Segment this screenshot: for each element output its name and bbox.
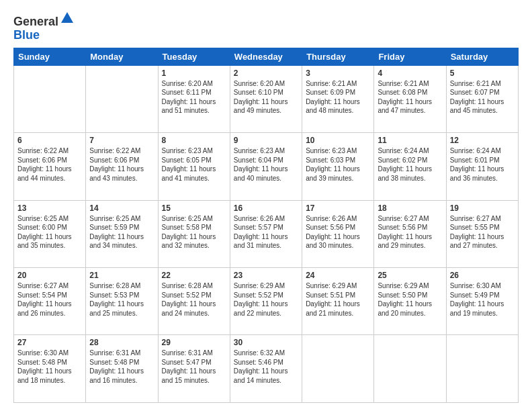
calendar-cell: 9Sunrise: 6:23 AM Sunset: 6:04 PM Daylig…	[230, 133, 302, 200]
day-info: Sunrise: 6:28 AM Sunset: 5:52 PM Dayligh…	[162, 281, 226, 318]
logo: General Blue	[13, 11, 75, 42]
day-number: 1	[162, 68, 226, 78]
calendar-cell: 28Sunrise: 6:31 AM Sunset: 5:48 PM Dayli…	[86, 335, 158, 403]
calendar-cell: 30Sunrise: 6:32 AM Sunset: 5:46 PM Dayli…	[230, 335, 302, 403]
calendar-cell: 23Sunrise: 6:29 AM Sunset: 5:52 PM Dayli…	[230, 268, 302, 335]
day-number: 7	[89, 136, 154, 145]
calendar-cell: 1Sunrise: 6:20 AM Sunset: 6:11 PM Daylig…	[158, 65, 230, 132]
day-info: Sunrise: 6:26 AM Sunset: 5:57 PM Dayligh…	[234, 214, 298, 250]
day-number: 10	[306, 136, 370, 145]
week-row-4: 20Sunrise: 6:27 AM Sunset: 5:54 PM Dayli…	[14, 268, 519, 335]
day-number: 23	[234, 271, 298, 280]
day-number: 17	[306, 203, 370, 213]
day-info: Sunrise: 6:20 AM Sunset: 6:11 PM Dayligh…	[162, 79, 226, 116]
calendar-cell: 24Sunrise: 6:29 AM Sunset: 5:51 PM Dayli…	[302, 268, 374, 335]
day-info: Sunrise: 6:23 AM Sunset: 6:03 PM Dayligh…	[306, 146, 370, 183]
day-number: 26	[450, 271, 515, 280]
day-info: Sunrise: 6:25 AM Sunset: 5:59 PM Dayligh…	[89, 214, 154, 250]
week-row-5: 27Sunrise: 6:30 AM Sunset: 5:48 PM Dayli…	[14, 335, 519, 403]
day-info: Sunrise: 6:23 AM Sunset: 6:04 PM Dayligh…	[234, 146, 298, 183]
calendar-cell: 10Sunrise: 6:23 AM Sunset: 6:03 PM Dayli…	[302, 133, 374, 200]
calendar-cell: 14Sunrise: 6:25 AM Sunset: 5:59 PM Dayli…	[86, 200, 158, 267]
calendar-cell: 12Sunrise: 6:24 AM Sunset: 6:01 PM Dayli…	[446, 133, 518, 200]
day-number: 13	[17, 203, 82, 213]
day-number: 30	[234, 338, 298, 347]
day-number: 4	[378, 68, 442, 78]
day-number: 18	[378, 203, 442, 213]
calendar-cell: 2Sunrise: 6:20 AM Sunset: 6:10 PM Daylig…	[230, 65, 302, 132]
day-number: 15	[162, 203, 226, 213]
day-number: 25	[378, 271, 442, 280]
calendar-cell: 18Sunrise: 6:27 AM Sunset: 5:56 PM Dayli…	[374, 200, 446, 267]
calendar-cell: 4Sunrise: 6:21 AM Sunset: 6:08 PM Daylig…	[374, 65, 446, 132]
day-number: 27	[17, 338, 82, 347]
weekday-header-thursday: Thursday	[302, 48, 374, 65]
day-info: Sunrise: 6:24 AM Sunset: 6:01 PM Dayligh…	[450, 146, 515, 183]
day-info: Sunrise: 6:30 AM Sunset: 5:48 PM Dayligh…	[17, 349, 82, 385]
calendar-cell	[374, 335, 446, 403]
calendar-cell: 19Sunrise: 6:27 AM Sunset: 5:55 PM Dayli…	[446, 200, 518, 267]
day-number: 29	[162, 338, 226, 347]
day-number: 16	[234, 203, 298, 213]
calendar-cell	[446, 335, 518, 403]
day-info: Sunrise: 6:28 AM Sunset: 5:53 PM Dayligh…	[89, 281, 154, 318]
day-info: Sunrise: 6:27 AM Sunset: 5:55 PM Dayligh…	[450, 214, 515, 250]
calendar-cell: 20Sunrise: 6:27 AM Sunset: 5:54 PM Dayli…	[14, 268, 86, 335]
weekday-header-saturday: Saturday	[446, 48, 518, 65]
day-info: Sunrise: 6:25 AM Sunset: 6:00 PM Dayligh…	[17, 214, 82, 250]
day-info: Sunrise: 6:22 AM Sunset: 6:06 PM Dayligh…	[17, 146, 82, 183]
day-info: Sunrise: 6:24 AM Sunset: 6:02 PM Dayligh…	[378, 146, 442, 183]
logo-general-text: General	[13, 15, 58, 28]
day-info: Sunrise: 6:21 AM Sunset: 6:08 PM Dayligh…	[378, 79, 442, 116]
weekday-header-friday: Friday	[374, 48, 446, 65]
calendar-cell: 13Sunrise: 6:25 AM Sunset: 6:00 PM Dayli…	[14, 200, 86, 267]
day-info: Sunrise: 6:31 AM Sunset: 5:48 PM Dayligh…	[89, 349, 154, 385]
week-row-1: 1Sunrise: 6:20 AM Sunset: 6:11 PM Daylig…	[14, 65, 519, 132]
calendar-cell: 6Sunrise: 6:22 AM Sunset: 6:06 PM Daylig…	[14, 133, 86, 200]
calendar-cell: 21Sunrise: 6:28 AM Sunset: 5:53 PM Dayli…	[86, 268, 158, 335]
calendar-body: 1Sunrise: 6:20 AM Sunset: 6:11 PM Daylig…	[14, 65, 519, 402]
weekday-header-wednesday: Wednesday	[230, 48, 302, 65]
calendar-cell: 7Sunrise: 6:22 AM Sunset: 6:06 PM Daylig…	[86, 133, 158, 200]
day-number: 24	[306, 271, 370, 280]
day-info: Sunrise: 6:29 AM Sunset: 5:51 PM Dayligh…	[306, 281, 370, 318]
day-number: 19	[450, 203, 515, 213]
calendar-cell: 11Sunrise: 6:24 AM Sunset: 6:02 PM Dayli…	[374, 133, 446, 200]
svg-marker-0	[61, 12, 73, 23]
calendar-cell	[14, 65, 86, 132]
calendar-cell: 25Sunrise: 6:29 AM Sunset: 5:50 PM Dayli…	[374, 268, 446, 335]
day-number: 22	[162, 271, 226, 280]
day-number: 12	[450, 136, 515, 145]
day-number: 5	[450, 68, 515, 78]
day-info: Sunrise: 6:29 AM Sunset: 5:50 PM Dayligh…	[378, 281, 442, 318]
day-number: 6	[17, 136, 82, 145]
day-number: 21	[89, 271, 154, 280]
weekday-header-row: SundayMondayTuesdayWednesdayThursdayFrid…	[14, 48, 519, 65]
weekday-header-tuesday: Tuesday	[158, 48, 230, 65]
day-info: Sunrise: 6:21 AM Sunset: 6:07 PM Dayligh…	[450, 79, 515, 116]
calendar-cell: 5Sunrise: 6:21 AM Sunset: 6:07 PM Daylig…	[446, 65, 518, 132]
calendar-cell: 3Sunrise: 6:21 AM Sunset: 6:09 PM Daylig…	[302, 65, 374, 132]
calendar-cell: 8Sunrise: 6:23 AM Sunset: 6:05 PM Daylig…	[158, 133, 230, 200]
calendar-cell: 22Sunrise: 6:28 AM Sunset: 5:52 PM Dayli…	[158, 268, 230, 335]
logo-blue-text: Blue	[13, 28, 40, 42]
day-info: Sunrise: 6:26 AM Sunset: 5:56 PM Dayligh…	[306, 214, 370, 250]
day-info: Sunrise: 6:20 AM Sunset: 6:10 PM Dayligh…	[234, 79, 298, 116]
logo-icon	[60, 11, 75, 26]
calendar-cell: 27Sunrise: 6:30 AM Sunset: 5:48 PM Dayli…	[14, 335, 86, 403]
day-info: Sunrise: 6:22 AM Sunset: 6:06 PM Dayligh…	[89, 146, 154, 183]
day-info: Sunrise: 6:23 AM Sunset: 6:05 PM Dayligh…	[162, 146, 226, 183]
day-info: Sunrise: 6:27 AM Sunset: 5:54 PM Dayligh…	[17, 281, 82, 318]
calendar-cell: 26Sunrise: 6:30 AM Sunset: 5:49 PM Dayli…	[446, 268, 518, 335]
day-info: Sunrise: 6:27 AM Sunset: 5:56 PM Dayligh…	[378, 214, 442, 250]
day-info: Sunrise: 6:29 AM Sunset: 5:52 PM Dayligh…	[234, 281, 298, 318]
weekday-header-sunday: Sunday	[14, 48, 86, 65]
day-number: 2	[234, 68, 298, 78]
day-number: 3	[306, 68, 370, 78]
day-number: 28	[89, 338, 154, 347]
day-number: 8	[162, 136, 226, 145]
day-info: Sunrise: 6:21 AM Sunset: 6:09 PM Dayligh…	[306, 79, 370, 116]
day-number: 9	[234, 136, 298, 145]
weekday-header-monday: Monday	[86, 48, 158, 65]
day-info: Sunrise: 6:25 AM Sunset: 5:58 PM Dayligh…	[162, 214, 226, 250]
